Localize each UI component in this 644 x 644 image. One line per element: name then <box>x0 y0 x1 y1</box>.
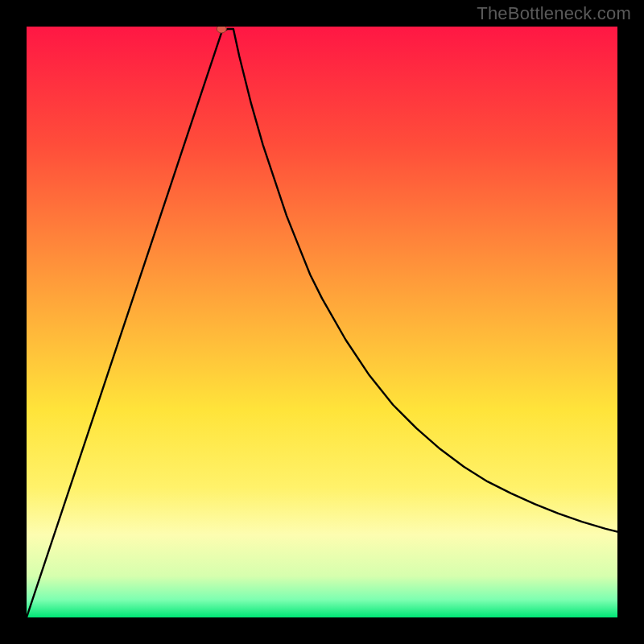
gradient-background <box>27 27 617 617</box>
watermark-text: TheBottleneck.com <box>477 3 631 24</box>
chart-frame: TheBottleneck.com <box>0 0 644 644</box>
bottleneck-marker <box>217 27 226 33</box>
bottleneck-chart-svg <box>27 27 617 617</box>
plot-area <box>27 27 617 617</box>
